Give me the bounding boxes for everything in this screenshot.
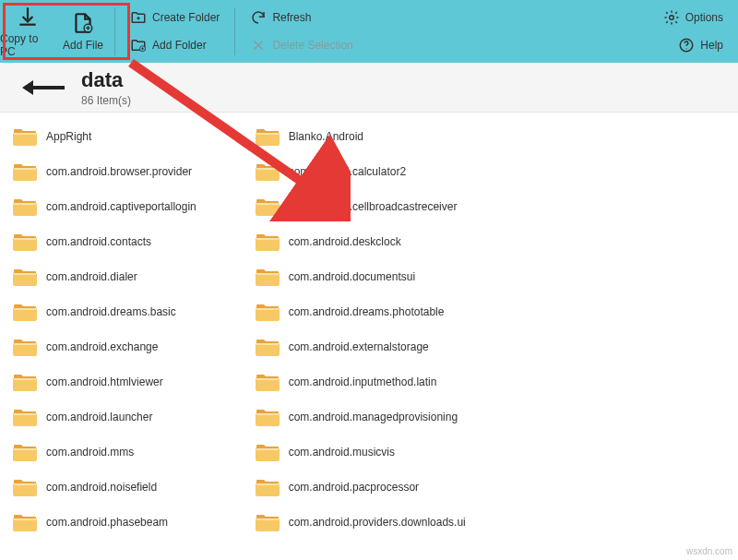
folder-title: data [81, 68, 131, 92]
folder-icon [13, 477, 37, 497]
folder-name: com.android.exchange [46, 340, 158, 353]
folder-name: com.android.dreams.phototable [289, 305, 445, 318]
folder-icon [13, 161, 37, 182]
delete-selection-button: Delete Selection [244, 34, 358, 56]
folder-name: com.android.htmlviewer [46, 375, 163, 388]
back-button[interactable] [22, 77, 65, 99]
folder-item[interactable]: AppRight [7, 121, 250, 152]
folder-column [492, 121, 734, 553]
folder-icon [13, 267, 37, 287]
add-folder-label: Add Folder [152, 39, 207, 52]
copy-to-pc-button[interactable]: Copy to PC [0, 0, 55, 63]
folder-plus-icon [130, 9, 147, 26]
folder-add-icon [130, 37, 147, 54]
folder-item[interactable]: com.android.phasebeam [7, 506, 250, 538]
folder-item[interactable]: com.android.inputmethod.latin [250, 366, 493, 398]
add-folder-button[interactable]: Add Folder [125, 34, 225, 56]
folder-item[interactable]: com.android.externalstorage [250, 331, 493, 363]
folder-name: com.android.pacprocessor [289, 481, 419, 494]
folder-item[interactable]: com.android.noisefield [7, 471, 250, 503]
folder-icon [256, 512, 280, 532]
svg-point-4 [686, 48, 687, 49]
folder-name: com.android.calculator2 [289, 165, 406, 178]
folder-name: com.android.dialer [46, 270, 137, 283]
folder-name: com.android.providers.downloads.ui [289, 516, 466, 529]
folder-icon [13, 232, 37, 252]
folder-grid[interactable]: AppRight com.android.browser.provider co… [0, 113, 738, 560]
refresh-button[interactable]: Refresh [244, 6, 358, 29]
folder-item[interactable]: com.android.dreams.phototable [250, 296, 493, 328]
folder-item[interactable]: com.android.providers.downloads.ui [250, 506, 493, 538]
folder-item[interactable]: com.android.dreams.basic [7, 296, 250, 328]
folder-item[interactable]: com.android.dialer [7, 261, 250, 292]
folder-icon [13, 126, 37, 147]
folder-column: AppRight com.android.browser.provider co… [7, 121, 250, 553]
folder-icon [256, 161, 280, 182]
folder-icon [256, 126, 280, 147]
folder-icon [13, 442, 37, 462]
toolbar: Copy to PC Add File Create Folder Add Fo… [0, 0, 738, 63]
toolbar-divider [234, 7, 235, 55]
folder-column: Blanko.Android com.android.calculator2 c… [250, 121, 493, 553]
content-area: AppRight com.android.browser.provider co… [0, 113, 738, 560]
help-icon [678, 37, 695, 54]
folder-item[interactable]: com.android.mms [7, 436, 250, 468]
folder-item[interactable]: com.android.musicvis [250, 436, 493, 468]
folder-icon [13, 197, 37, 217]
delete-icon [250, 37, 267, 54]
folder-name: com.android.dreams.basic [46, 305, 176, 318]
folder-item[interactable]: com.android.htmlviewer [7, 366, 250, 398]
folder-name: com.android.contacts [46, 235, 151, 248]
help-button[interactable]: Help [673, 34, 729, 56]
folder-item[interactable]: com.android.managedprovisioning [250, 401, 493, 433]
folder-item[interactable]: com.android.browser.provider [7, 156, 250, 187]
toolbar-divider [114, 7, 115, 55]
delete-selection-label: Delete Selection [272, 39, 352, 52]
folder-name: com.android.captiveportallogin [46, 200, 196, 213]
folder-icon [13, 407, 37, 427]
refresh-label: Refresh [272, 11, 311, 24]
folder-item[interactable]: com.android.documentsui [250, 261, 493, 292]
folder-icon [256, 337, 280, 357]
folder-name: com.android.phasebeam [46, 516, 168, 529]
item-count: 86 Item(s) [81, 94, 131, 107]
folder-icon [13, 302, 37, 322]
folder-item[interactable]: com.android.contacts [7, 226, 250, 257]
folder-name: com.android.launcher [46, 411, 152, 423]
folder-icon [256, 372, 280, 392]
folder-name: com.android.documentsui [289, 270, 415, 283]
folder-item[interactable]: com.android.pacprocessor [250, 471, 493, 503]
options-label: Options [685, 11, 723, 24]
folder-item[interactable]: Blanko.Android [250, 121, 493, 152]
folder-icon [256, 407, 280, 427]
location-header: data 86 Item(s) [0, 63, 738, 113]
folder-icon [13, 337, 37, 357]
folder-name: Blanko.Android [289, 130, 363, 143]
refresh-icon [250, 9, 267, 26]
folder-icon [256, 477, 280, 497]
copy-to-pc-label: Copy to PC [0, 32, 55, 58]
folder-name: com.android.musicvis [289, 446, 395, 459]
folder-icon [13, 512, 37, 532]
create-folder-label: Create Folder [152, 11, 220, 24]
help-label: Help [700, 39, 723, 52]
folder-name: com.android.managedprovisioning [289, 411, 458, 423]
gear-icon [663, 9, 680, 26]
folder-icon [256, 197, 280, 217]
folder-name: AppRight [46, 130, 91, 143]
folder-name: com.android.inputmethod.latin [289, 375, 437, 388]
add-file-button[interactable]: Add File [55, 0, 111, 63]
watermark: wsxdn.com [686, 546, 732, 556]
folder-item[interactable]: com.android.launcher [7, 401, 250, 433]
folder-name: com.android.externalstorage [289, 340, 429, 353]
folder-item[interactable]: com.android.exchange [7, 331, 250, 363]
folder-icon [13, 372, 37, 392]
folder-item[interactable]: com.android.deskclock [250, 226, 493, 257]
folder-item[interactable]: com.android.cellbroadcastreceiver [250, 191, 493, 222]
folder-name: com.android.cellbroadcastreceiver [289, 200, 458, 213]
options-button[interactable]: Options [658, 6, 729, 29]
folder-item[interactable]: com.android.captiveportallogin [7, 191, 250, 222]
folder-item[interactable]: com.android.calculator2 [250, 156, 493, 187]
folder-name: com.android.browser.provider [46, 165, 192, 178]
create-folder-button[interactable]: Create Folder [125, 6, 225, 29]
